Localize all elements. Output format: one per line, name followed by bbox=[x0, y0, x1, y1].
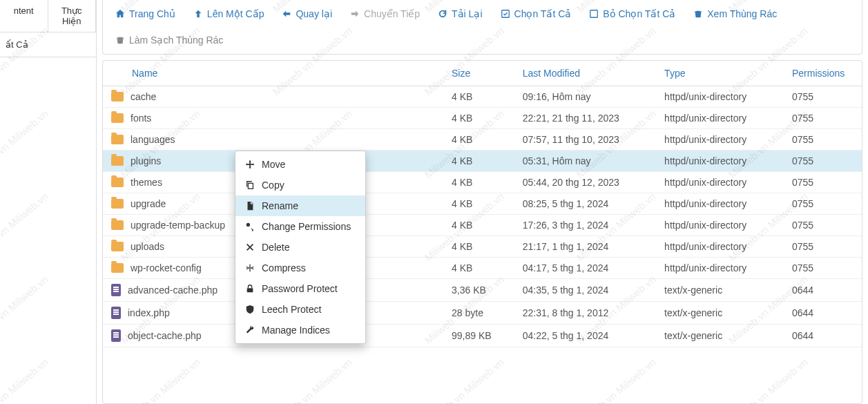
up-icon bbox=[193, 9, 203, 19]
sidebar: ntent Thực Hiện ất Cả bbox=[0, 0, 97, 404]
file-name: advanced-cache.php bbox=[128, 285, 218, 296]
check-square-icon bbox=[501, 9, 510, 19]
folder-icon bbox=[111, 199, 124, 209]
folder-icon bbox=[111, 135, 124, 144]
ctx-rename[interactable]: Rename bbox=[235, 195, 365, 216]
table-row[interactable]: fonts4 KB22:21, 21 thg 11, 2023httpd/uni… bbox=[103, 108, 862, 129]
column-size[interactable]: Size bbox=[443, 61, 514, 86]
context-menu: Move Copy Rename Change Permissions Dele… bbox=[235, 151, 366, 344]
file-size: 4 KB bbox=[443, 236, 514, 258]
sidebar-tab-content[interactable]: ntent bbox=[0, 0, 48, 32]
file-modified: 07:57, 11 thg 10, 2023 bbox=[514, 129, 656, 151]
wrench-icon bbox=[245, 325, 255, 335]
column-type[interactable]: Type bbox=[656, 61, 784, 86]
ctx-compress[interactable]: Compress bbox=[235, 258, 365, 278]
folder-icon bbox=[111, 113, 124, 123]
file-size: 28 byte bbox=[443, 302, 514, 325]
file-permissions: 0644 bbox=[784, 325, 862, 347]
file-type: httpd/unix-directory bbox=[656, 193, 784, 215]
file-size: 4 KB bbox=[443, 172, 514, 193]
select-all-button[interactable]: Chọn Tất Cả bbox=[494, 3, 579, 25]
file-modified: 08:25, 5 thg 1, 2024 bbox=[514, 193, 656, 215]
svg-rect-4 bbox=[247, 288, 253, 292]
home-icon bbox=[115, 9, 125, 19]
column-name[interactable]: Name bbox=[103, 61, 443, 86]
table-row[interactable]: languages4 KB07:57, 11 thg 10, 2023httpd… bbox=[103, 129, 862, 151]
move-icon bbox=[245, 160, 255, 169]
file-type: text/x-generic bbox=[656, 302, 784, 325]
file-size: 4 KB bbox=[443, 86, 514, 108]
table-row[interactable]: cache4 KB09:16, Hôm nayhttpd/unix-direct… bbox=[103, 86, 862, 108]
ctx-password-protect[interactable]: Password Protect bbox=[235, 278, 365, 299]
file-modified: 22:21, 21 thg 11, 2023 bbox=[514, 108, 656, 129]
up-one-level-button[interactable]: Lên Một Cấp bbox=[186, 3, 271, 25]
table-row[interactable]: upgrade4 KB08:25, 5 thg 1, 2024httpd/uni… bbox=[103, 193, 862, 215]
table-row[interactable]: wp-rocket-config4 KB04:17, 5 thg 1, 2024… bbox=[103, 258, 862, 279]
forward-button: Chuyển Tiếp bbox=[343, 3, 427, 25]
file-type: httpd/unix-directory bbox=[656, 172, 784, 193]
key-icon bbox=[245, 222, 255, 231]
sidebar-tab-action[interactable]: Thực Hiện bbox=[48, 0, 97, 32]
file-permissions: 0644 bbox=[784, 302, 862, 325]
svg-rect-2 bbox=[248, 183, 253, 189]
file-modified: 05:31, Hôm nay bbox=[514, 151, 656, 172]
file-size: 4 KB bbox=[443, 215, 514, 236]
file-permissions: 0755 bbox=[784, 172, 862, 193]
ctx-compress-label: Compress bbox=[262, 262, 306, 273]
reload-icon bbox=[438, 9, 447, 19]
table-row[interactable]: uploads4 KB21:17, 1 thg 1, 2024httpd/uni… bbox=[103, 236, 862, 258]
table-row[interactable]: plugins4 KB05:31, Hôm nayhttpd/unix-dire… bbox=[103, 151, 862, 172]
folder-icon bbox=[111, 242, 124, 251]
unselect-all-button[interactable]: Bỏ Chọn Tất Cả bbox=[582, 3, 682, 25]
svg-rect-1 bbox=[590, 10, 598, 18]
view-trash-button[interactable]: Xem Thùng Rác bbox=[686, 3, 784, 25]
table-row[interactable]: index.php28 byte22:31, 8 thg 1, 2012text… bbox=[103, 302, 862, 325]
ctx-leech-protect[interactable]: Leech Protect bbox=[235, 299, 365, 320]
file-icon bbox=[245, 201, 255, 211]
empty-trash-button[interactable]: Làm Sạch Thùng Rác bbox=[108, 29, 230, 51]
back-button[interactable]: Quay lại bbox=[275, 3, 339, 25]
file-type: httpd/unix-directory bbox=[656, 151, 784, 172]
table-row[interactable]: object-cache.php99,89 KB04:22, 5 thg 1, … bbox=[103, 325, 862, 347]
file-name: index.php bbox=[128, 307, 170, 318]
shield-icon bbox=[245, 305, 255, 314]
file-size: 4 KB bbox=[443, 129, 514, 151]
ctx-change-permissions[interactable]: Change Permissions bbox=[235, 216, 365, 237]
file-size: 4 KB bbox=[443, 193, 514, 215]
file-modified: 17:26, 3 thg 1, 2024 bbox=[514, 215, 656, 236]
reload-button[interactable]: Tải Lại bbox=[431, 3, 489, 25]
file-size: 4 KB bbox=[443, 151, 514, 172]
ctx-copy[interactable]: Copy bbox=[235, 175, 365, 195]
file-permissions: 0755 bbox=[784, 151, 862, 172]
arrow-left-icon bbox=[282, 9, 291, 19]
unselect-all-label: Bỏ Chọn Tất Cả bbox=[603, 8, 675, 19]
column-permissions[interactable]: Permissions bbox=[784, 61, 862, 86]
table-row[interactable]: advanced-cache.php3,36 KB04:35, 5 thg 1,… bbox=[103, 279, 862, 302]
ctx-move[interactable]: Move bbox=[235, 154, 365, 175]
copy-icon bbox=[245, 180, 255, 190]
column-modified[interactable]: Last Modified bbox=[514, 61, 656, 86]
folder-icon bbox=[111, 177, 124, 187]
file-modified: 05:44, 20 thg 12, 2023 bbox=[514, 172, 656, 193]
reload-label: Tải Lại bbox=[452, 8, 482, 19]
file-name: uploads bbox=[131, 241, 164, 252]
file-table: Name Size Last Modified Type Permissions… bbox=[102, 60, 862, 404]
file-permissions: 0755 bbox=[784, 236, 862, 258]
home-button[interactable]: Trang Chủ bbox=[108, 3, 182, 25]
file-type: httpd/unix-directory bbox=[656, 86, 784, 108]
table-row[interactable]: upgrade-temp-backup4 KB17:26, 3 thg 1, 2… bbox=[103, 215, 862, 236]
file-modified: 09:16, Hôm nay bbox=[514, 86, 656, 108]
file-type: httpd/unix-directory bbox=[656, 215, 784, 236]
file-permissions: 0755 bbox=[784, 215, 862, 236]
table-row[interactable]: themes4 KB05:44, 20 thg 12, 2023httpd/un… bbox=[103, 172, 862, 193]
file-permissions: 0755 bbox=[784, 193, 862, 215]
ctx-manage-indices[interactable]: Manage Indices bbox=[235, 320, 365, 340]
file-size: 99,89 KB bbox=[443, 325, 514, 347]
ctx-delete[interactable]: Delete bbox=[235, 237, 365, 258]
file-name: fonts bbox=[131, 113, 151, 124]
sidebar-item-all[interactable]: ất Cả bbox=[0, 32, 96, 57]
trash-clean-icon bbox=[115, 35, 125, 45]
file-name: object-cache.php bbox=[128, 330, 202, 341]
file-name: languages bbox=[131, 134, 175, 145]
file-name: cache bbox=[131, 91, 156, 102]
